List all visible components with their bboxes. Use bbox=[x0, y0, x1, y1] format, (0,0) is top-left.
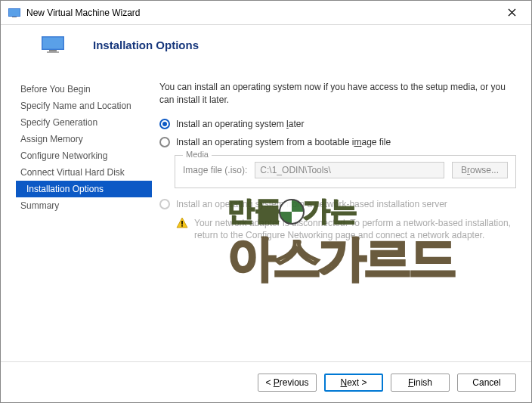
radio-icon bbox=[159, 199, 170, 209]
svg-rect-2 bbox=[12, 17, 17, 17]
previous-button[interactable]: < Previous bbox=[258, 374, 317, 392]
image-file-label: Image file (.iso): bbox=[183, 165, 247, 175]
app-icon bbox=[8, 7, 20, 19]
svg-rect-8 bbox=[181, 225, 183, 227]
radio-icon bbox=[159, 137, 170, 147]
svg-rect-6 bbox=[47, 51, 59, 53]
sidebar-item-connect-vhd[interactable]: Connect Virtual Hard Disk bbox=[16, 164, 152, 181]
svg-rect-1 bbox=[9, 9, 20, 16]
sidebar-item-summary[interactable]: Summary bbox=[16, 197, 152, 214]
close-icon bbox=[508, 8, 516, 17]
sidebar-item-specify-generation[interactable]: Specify Generation bbox=[16, 114, 152, 131]
titlebar: New Virtual Machine Wizard bbox=[1, 1, 531, 25]
finish-button[interactable]: Finish bbox=[391, 374, 450, 392]
cancel-button[interactable]: Cancel bbox=[457, 374, 516, 392]
sidebar-item-specify-name[interactable]: Specify Name and Location bbox=[16, 98, 152, 114]
option-install-later-label: Install an operating system later bbox=[176, 119, 304, 129]
svg-rect-5 bbox=[49, 50, 57, 51]
network-warning: Your network adapter is disconnected. To… bbox=[176, 217, 516, 243]
content: You can install an operating system now … bbox=[159, 64, 516, 361]
page-title: Installation Options bbox=[93, 39, 199, 51]
sidebar-item-configure-networking[interactable]: Configure Networking bbox=[16, 147, 152, 164]
svg-rect-4 bbox=[43, 38, 63, 49]
image-file-row: Image file (.iso): Browse... bbox=[183, 162, 508, 178]
radio-icon bbox=[159, 119, 170, 129]
warning-icon bbox=[176, 217, 188, 229]
button-bar: < Previous Next > Finish Cancel bbox=[1, 361, 531, 402]
option-install-image[interactable]: Install an operating system from a boota… bbox=[159, 137, 516, 147]
option-install-network: Install an operating system from a netwo… bbox=[159, 199, 516, 209]
wizard-window: New Virtual Machine Wizard Installation … bbox=[0, 0, 532, 403]
next-button[interactable]: Next > bbox=[324, 374, 383, 392]
header: Installation Options bbox=[1, 25, 531, 64]
intro-text: You can install an operating system now … bbox=[159, 81, 516, 107]
media-legend: Media bbox=[183, 150, 212, 159]
option-install-later[interactable]: Install an operating system later bbox=[159, 119, 516, 129]
sidebar: Before You Begin Specify Name and Locati… bbox=[16, 64, 152, 361]
browse-button[interactable]: Browse... bbox=[452, 162, 508, 178]
sidebar-item-before-you-begin[interactable]: Before You Begin bbox=[16, 81, 152, 98]
close-button[interactable] bbox=[500, 2, 524, 23]
window-title: New Virtual Machine Wizard bbox=[26, 8, 500, 18]
media-fieldset: Media Image file (.iso): Browse... bbox=[175, 155, 516, 188]
image-file-input[interactable] bbox=[255, 162, 444, 178]
monitor-icon bbox=[42, 36, 64, 54]
warning-text: Your network adapter is disconnected. To… bbox=[194, 217, 516, 243]
option-install-network-label: Install an operating system from a netwo… bbox=[176, 199, 447, 209]
option-install-image-label: Install an operating system from a boota… bbox=[176, 137, 391, 147]
sidebar-item-assign-memory[interactable]: Assign Memory bbox=[16, 131, 152, 147]
sidebar-item-installation-options[interactable]: Installation Options bbox=[16, 181, 152, 197]
svg-rect-7 bbox=[181, 221, 183, 225]
body: Before You Begin Specify Name and Locati… bbox=[1, 64, 531, 361]
